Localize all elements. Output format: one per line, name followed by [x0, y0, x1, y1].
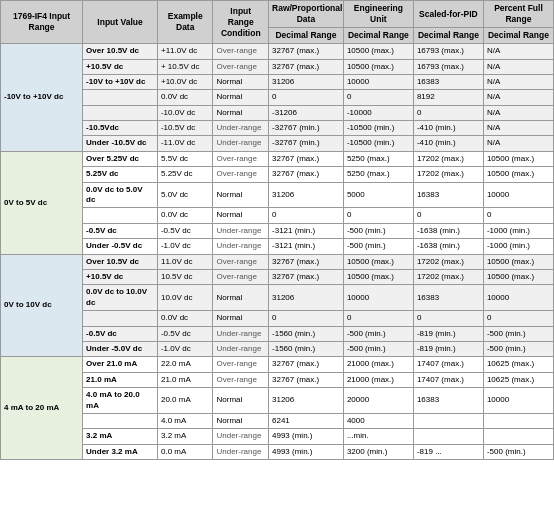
input-cell: 0.0V dc to 10.0V dc [83, 285, 158, 311]
table-row: 0V to 10V dcOver 10.5V dc11.0V dcOver-ra… [1, 254, 554, 269]
example-cell: 22.0 mA [157, 357, 213, 372]
range-cell: 0V to 5V dc [1, 151, 83, 254]
input-cell: 4.0 mA to 20.0 mA [83, 388, 158, 414]
input-cell: Over 10.5V dc [83, 254, 158, 269]
col-header-range: 1769-IF4 Input Range [1, 1, 83, 44]
table-row: 4.0 mA to 20.0 mA20.0 mANormal3120620000… [1, 388, 554, 414]
table-row: +10.5V dc+ 10.5V dcOver-range32767 (max.… [1, 59, 554, 74]
condition-cell: Under-range [213, 121, 269, 136]
example-cell: -10.5V dc [157, 121, 213, 136]
scaled-cell: 16793 (max.) [413, 44, 483, 59]
example-cell: 11.0V dc [157, 254, 213, 269]
input-cell: Under -5.0V dc [83, 341, 158, 356]
input-cell: Under -10.5V dc [83, 136, 158, 151]
input-cell [83, 311, 158, 326]
condition-cell: Over-range [213, 44, 269, 59]
scaled-cell: -1638 (min.) [413, 223, 483, 238]
example-cell: -1.0V dc [157, 239, 213, 254]
raw-cell: 32767 (max.) [269, 254, 344, 269]
table-row: -10V to +10V dcOver 10.5V dc+11.0V dcOve… [1, 44, 554, 59]
condition-cell: Over-range [213, 270, 269, 285]
input-cell [83, 208, 158, 223]
col-subheader-percent: Decimal Range [483, 28, 553, 44]
scaled-cell: 16383 [413, 74, 483, 89]
table-row: 3.2 mA3.2 mAUnder-range4993 (min.)...min… [1, 429, 554, 444]
eng-cell: -10500 (min.) [343, 121, 413, 136]
percent-cell: 10500 (max.) [483, 270, 553, 285]
scaled-cell: -819 (min.) [413, 341, 483, 356]
col-subheader-raw: Decimal Range [269, 28, 344, 44]
condition-cell: Under-range [213, 223, 269, 238]
example-cell: 3.2 mA [157, 429, 213, 444]
table-row: -0.5V dc-0.5V dcUnder-range-1560 (min.)-… [1, 326, 554, 341]
raw-cell: -3121 (min.) [269, 223, 344, 238]
example-cell: 5.0V dc [157, 182, 213, 208]
table-row: -10.5Vdc-10.5V dcUnder-range-32767 (min.… [1, 121, 554, 136]
eng-cell: 10500 (max.) [343, 44, 413, 59]
percent-cell: -500 (min.) [483, 341, 553, 356]
example-cell: 0.0 mA [157, 444, 213, 459]
eng-cell: 4000 [343, 413, 413, 428]
input-cell: Under 3.2 mA [83, 444, 158, 459]
table-row: 4.0 mANormal62414000 [1, 413, 554, 428]
scaled-cell: 17202 (max.) [413, 270, 483, 285]
condition-cell: Under-range [213, 444, 269, 459]
eng-cell: -500 (min.) [343, 326, 413, 341]
condition-cell: Under-range [213, 341, 269, 356]
input-cell: 5.25V dc [83, 167, 158, 182]
percent-cell: 0 [483, 311, 553, 326]
input-cell: -0.5V dc [83, 326, 158, 341]
raw-cell: 31206 [269, 285, 344, 311]
example-cell: -11.0V dc [157, 136, 213, 151]
scaled-cell: 0 [413, 208, 483, 223]
eng-cell: 10500 (max.) [343, 59, 413, 74]
example-cell: 5.25V dc [157, 167, 213, 182]
percent-cell: N/A [483, 121, 553, 136]
table-row: -10V to +10V dc+10.0V dcNormal3120610000… [1, 74, 554, 89]
example-cell: +10.0V dc [157, 74, 213, 89]
eng-cell: 0 [343, 90, 413, 105]
eng-cell: 0 [343, 311, 413, 326]
example-cell: -1.0V dc [157, 341, 213, 356]
table-row: Under -0.5V dc-1.0V dcUnder-range-3121 (… [1, 239, 554, 254]
percent-cell: -500 (min.) [483, 444, 553, 459]
eng-cell: ...min. [343, 429, 413, 444]
input-cell: Over 10.5V dc [83, 44, 158, 59]
eng-cell: -500 (min.) [343, 341, 413, 356]
percent-cell: 10625 (max.) [483, 357, 553, 372]
condition-cell: Normal [213, 311, 269, 326]
condition-cell: Over-range [213, 59, 269, 74]
condition-cell: Normal [213, 388, 269, 414]
eng-cell: 20000 [343, 388, 413, 414]
condition-cell: Normal [213, 74, 269, 89]
input-cell: Over 21.0 mA [83, 357, 158, 372]
eng-cell: -10000 [343, 105, 413, 120]
input-cell: +10.5V dc [83, 59, 158, 74]
table-row: 0.0V dcNormal0000 [1, 208, 554, 223]
percent-cell: 10625 (max.) [483, 372, 553, 387]
raw-cell: 0 [269, 90, 344, 105]
table-row: 0.0V dc to 5.0V dc5.0V dcNormal312065000… [1, 182, 554, 208]
condition-cell: Over-range [213, 167, 269, 182]
percent-cell: 10500 (max.) [483, 167, 553, 182]
example-cell: 0.0V dc [157, 208, 213, 223]
col-header-scaled: Scaled-for-PID [413, 1, 483, 28]
input-cell [83, 105, 158, 120]
scaled-cell: -819 ... [413, 444, 483, 459]
raw-cell: 32767 (max.) [269, 44, 344, 59]
input-cell [83, 90, 158, 105]
percent-cell [483, 413, 553, 428]
header-row: 1769-IF4 Input Range Input Value Example… [1, 1, 554, 28]
raw-cell: -1560 (min.) [269, 326, 344, 341]
condition-cell: Normal [213, 208, 269, 223]
input-cell: -10.5Vdc [83, 121, 158, 136]
raw-cell: 4993 (min.) [269, 429, 344, 444]
condition-cell: Normal [213, 90, 269, 105]
eng-cell: 5250 (max.) [343, 167, 413, 182]
col-header-input: Input Value [83, 1, 158, 44]
percent-cell: N/A [483, 59, 553, 74]
raw-cell: -31206 [269, 105, 344, 120]
percent-cell: N/A [483, 44, 553, 59]
percent-cell: 0 [483, 208, 553, 223]
condition-cell: Over-range [213, 254, 269, 269]
